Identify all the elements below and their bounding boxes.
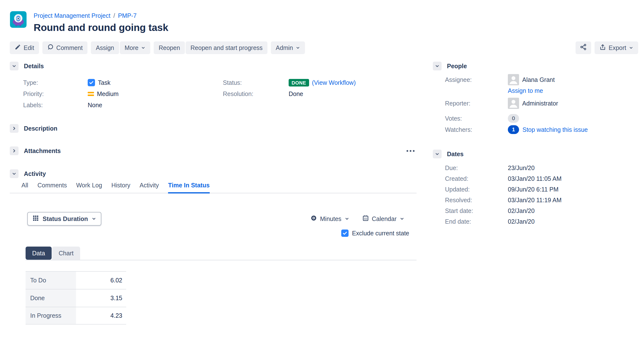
chevron-down-icon[interactable] — [10, 169, 18, 178]
tab-work-log[interactable]: Work Log — [76, 182, 102, 193]
comment-button[interactable]: Comment — [42, 42, 88, 54]
labels-label: Labels: — [23, 102, 88, 109]
exclude-current-state-checkbox[interactable] — [341, 230, 348, 237]
pencil-icon — [14, 44, 21, 52]
grid-icon — [32, 215, 39, 223]
row-status: In Progress — [26, 307, 76, 324]
tab-time-in-status[interactable]: Time In Status — [168, 182, 210, 193]
details-fields: Type: Task Priority: Medium Labels: None — [23, 77, 418, 110]
tab-activity[interactable]: Activity — [140, 182, 159, 193]
reopen-button[interactable]: Reopen — [154, 42, 185, 54]
dates-section-header[interactable]: Dates — [433, 149, 638, 158]
created-value: 03/Jan/20 11:05 AM — [508, 175, 562, 182]
assignee-row: Assignee: Alana Grant — [445, 74, 638, 85]
status-duration-dropdown[interactable]: Status Duration — [27, 212, 101, 226]
row-status: To Do — [26, 272, 76, 289]
tab-chart[interactable]: Chart — [52, 246, 80, 260]
export-icon — [600, 44, 606, 52]
breadcrumb-issue-key-link[interactable]: PMP-7 — [118, 12, 136, 19]
time-unit-dropdown[interactable]: Minutes — [310, 215, 349, 223]
tis-right-controls: Minutes Calendar — [310, 215, 404, 223]
votes-label: Votes: — [445, 115, 508, 122]
start-date-row: Start date: 02/Jan/20 — [445, 206, 638, 216]
chevron-right-icon[interactable] — [10, 146, 18, 155]
assign-button[interactable]: Assign — [91, 42, 119, 54]
tab-all[interactable]: All — [22, 182, 28, 193]
row-status: Done — [26, 290, 76, 307]
activity-section-header[interactable]: Activity — [10, 169, 418, 178]
more-menu-button[interactable]: More — [120, 42, 150, 54]
field-type: Type: Task — [23, 77, 223, 88]
start-date-value: 02/Jan/20 — [508, 207, 535, 214]
table-row: Done 3.15 — [26, 289, 126, 307]
attachments-heading: Attachments — [24, 148, 61, 154]
votes-row: Votes: 0 — [445, 113, 638, 124]
people-section-header[interactable]: People — [433, 62, 638, 71]
status-duration-table: To Do 6.02 Done 3.15 In Progress 4.23 — [26, 271, 126, 324]
row-value: 6.02 — [76, 272, 126, 289]
speech-bubble-icon — [47, 44, 54, 52]
row-value: 4.23 — [76, 307, 126, 324]
chevron-down-icon — [629, 44, 633, 52]
share-icon — [580, 43, 587, 52]
watchers-label: Watchers: — [445, 126, 508, 133]
assignee-name[interactable]: Alana Grant — [522, 76, 554, 83]
issue-header: Project Management Project / PMP-7 Round… — [10, 11, 168, 34]
watchers-count-badge: 1 — [508, 125, 519, 134]
reporter-label: Reporter: — [445, 100, 508, 107]
header-text: Project Management Project / PMP-7 Round… — [34, 11, 168, 34]
start-date-label: Start date: — [445, 207, 508, 214]
breadcrumb-separator: / — [113, 12, 115, 19]
reporter-avatar — [508, 98, 519, 109]
details-section-header[interactable]: Details — [10, 62, 418, 71]
chevron-down-icon[interactable] — [433, 150, 442, 158]
field-priority: Priority: Medium — [23, 88, 223, 100]
view-workflow-link[interactable]: (View Workflow) — [312, 79, 356, 86]
table-row: In Progress 4.23 — [26, 307, 126, 324]
assignee-avatar — [508, 74, 519, 85]
chevron-down-icon — [345, 216, 349, 222]
edit-button[interactable]: Edit — [10, 42, 39, 54]
chevron-right-icon[interactable] — [10, 124, 18, 133]
row-value: 3.15 — [76, 290, 126, 307]
chevron-down-icon — [296, 44, 300, 52]
breadcrumb: Project Management Project / PMP-7 — [34, 12, 168, 20]
attachments-more-actions-ellipsis-icon[interactable] — [403, 147, 418, 155]
reopen-and-start-progress-button[interactable]: Reopen and start progress — [186, 42, 268, 54]
project-avatar-icon[interactable] — [10, 11, 26, 28]
time-in-status-controls: Status Duration Minutes Calendar — [10, 212, 418, 226]
task-type-icon — [88, 79, 95, 86]
status-badge: DONE — [289, 79, 309, 86]
resolution-label: Resolution: — [223, 90, 289, 98]
created-label: Created: — [445, 175, 508, 182]
jira-issue-page: Project Management Project / PMP-7 Round… — [0, 0, 644, 345]
table-row: To Do 6.02 — [26, 271, 126, 289]
chevron-down-icon[interactable] — [10, 62, 18, 70]
export-button[interactable]: Export — [594, 42, 638, 54]
stop-watching-link[interactable]: Stop watching this issue — [522, 126, 588, 133]
calendar-dropdown[interactable]: Calendar — [362, 215, 404, 223]
resolved-label: Resolved: — [445, 196, 508, 204]
type-value: Task — [98, 79, 110, 86]
tab-comments[interactable]: Comments — [38, 182, 67, 193]
reporter-row: Reporter: Administrator — [445, 98, 638, 109]
tab-history[interactable]: History — [111, 182, 130, 193]
assign-to-me-link[interactable]: Assign to me — [508, 87, 543, 94]
status-label: Status: — [223, 79, 289, 86]
resolved-value: 03/Jan/20 11:19 AM — [508, 196, 562, 204]
share-button[interactable] — [576, 42, 591, 54]
chevron-down-icon[interactable] — [433, 62, 442, 70]
breadcrumb-project-link[interactable]: Project Management Project — [34, 12, 110, 19]
tab-data[interactable]: Data — [26, 246, 52, 260]
field-labels: Labels: None — [23, 100, 223, 110]
votes-count-badge: 0 — [508, 114, 519, 123]
admin-menu-button[interactable]: Admin — [271, 42, 305, 54]
issue-toolbar: Edit Comment Assign More Reopen Reopen a… — [10, 42, 638, 54]
exclude-current-state-row: Exclude current state — [10, 230, 418, 237]
people-fields: Assignee: Alana Grant Assign to me Repor… — [445, 74, 638, 135]
exclude-current-state-label[interactable]: Exclude current state — [352, 230, 409, 237]
attachments-section-header[interactable]: Attachments — [10, 146, 418, 156]
reporter-name[interactable]: Administrator — [522, 100, 558, 107]
description-section-header[interactable]: Description — [10, 124, 418, 133]
page-title: Round and round going task — [34, 22, 168, 34]
